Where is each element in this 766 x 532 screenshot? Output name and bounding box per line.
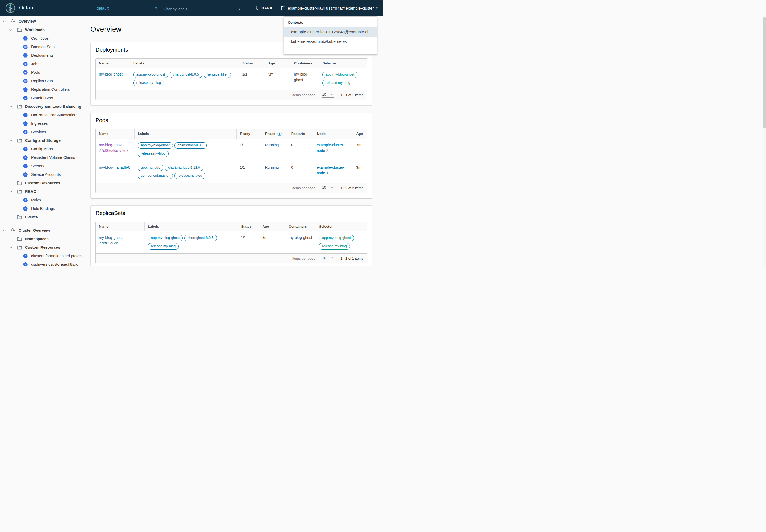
label-pill[interactable]: chart:ghost-8.0.5 — [170, 72, 202, 78]
sidebar-item-persistent-volume-claims[interactable]: ⊖Persistent Volume Claims — [0, 153, 82, 162]
column-header-labels[interactable]: Labels — [135, 129, 237, 139]
page-size-select[interactable]: 10 — [322, 256, 334, 261]
sidebar-item-service-accounts[interactable]: ⊚Service Accounts — [0, 170, 82, 179]
label-pill[interactable]: app:my-blog-ghost — [148, 235, 183, 241]
sidebar-item-roles[interactable]: ⊚Roles — [0, 196, 82, 204]
sidebar-item-discovery-and-load-balancing[interactable]: Discovery and Load Balancing — [0, 102, 82, 111]
column-header-restarts[interactable]: Restarts — [288, 129, 314, 139]
k8s-resource-icon: ∞ — [23, 206, 28, 211]
resource-link[interactable]: my-blog-mariadb-0 — [99, 165, 130, 169]
label-pill[interactable]: app:my-blog-ghost — [133, 72, 168, 78]
label-pill[interactable]: release:my-blog — [133, 80, 164, 86]
context-option-kubernetes-admin-kubernetes[interactable]: kubernetes-admin@kubernetes — [284, 37, 377, 46]
column-header-node[interactable]: Node — [314, 129, 353, 139]
label-pill[interactable]: chart:mariadb-6.13.0 — [165, 165, 203, 171]
context-menu-button[interactable]: example-cluster-ka3TuTzYo4a@example-clus… — [281, 0, 378, 16]
resource-link[interactable]: my-blog-ghost-77df85c6cd — [99, 235, 124, 245]
chevron-down-icon[interactable]: ∨ — [239, 7, 241, 11]
column-header-inner: Restarts — [291, 132, 310, 136]
page-size-select[interactable]: 10 — [322, 93, 334, 98]
label-pill[interactable]: component:master — [138, 173, 173, 179]
filter-funnel-icon[interactable] — [277, 132, 282, 136]
sidebar-item-overview[interactable]: Overview — [0, 17, 82, 26]
column-header-ready[interactable]: Ready — [236, 129, 262, 139]
sidebar-item-label: Overview — [19, 19, 36, 23]
sidebar-item-cron-jobs[interactable]: ◔Cron Jobs — [0, 34, 82, 43]
label-pill[interactable]: release:my-blog — [148, 243, 179, 250]
sidebar-item-daemon-sets[interactable]: ▤Daemon Sets — [0, 43, 82, 51]
sidebar-item-horizontal-pod-autoscalers[interactable]: ⇔Horizontal Pod Autoscalers — [0, 111, 82, 119]
k8s-resource-icon: ▤ — [23, 45, 28, 49]
column-header-phase[interactable]: Phase — [262, 129, 288, 139]
label-pill[interactable]: chart:ghost-8.0.5 — [174, 142, 207, 149]
column-header-selector[interactable]: Selector — [319, 59, 367, 68]
cell-name: my-blog-mariadb-0 — [96, 161, 135, 183]
column-header-containers[interactable]: Containers — [285, 222, 316, 231]
selector-pill[interactable]: release:my-blog — [322, 80, 353, 86]
sidebar-item-replication-controllers[interactable]: ↻Replication Controllers — [0, 85, 82, 94]
resource-link[interactable]: my-blog-ghost-77df85c6cd-vf6dx — [99, 143, 128, 153]
sidebar-item-replica-sets[interactable]: ▥Replica Sets — [0, 77, 82, 85]
node-link[interactable]: example-cluster-node-2 — [317, 143, 344, 153]
sidebar-item-workloads[interactable]: Workloads — [0, 26, 82, 34]
node-link[interactable]: example-cluster-node-1 — [317, 165, 344, 175]
label-pill[interactable]: release:my-blog — [138, 151, 169, 157]
sidebar-item-config-maps[interactable]: ≡Config Maps — [0, 145, 82, 153]
column-header-age[interactable]: Age — [265, 59, 291, 68]
sidebar-item-label: Role Bindings — [31, 206, 55, 211]
label-pill[interactable]: heritage:Tiller — [204, 72, 231, 78]
column-header-age[interactable]: Age — [353, 129, 367, 139]
column-header-labels[interactable]: Labels — [145, 222, 238, 231]
column-header-name[interactable]: Name — [96, 129, 135, 139]
sidebar-item-stateful-sets[interactable]: ≣Stateful Sets — [0, 94, 82, 102]
selector-pill[interactable]: release:my-blog — [319, 243, 350, 250]
column-header-name[interactable]: Name — [96, 222, 145, 231]
label-pill[interactable]: app:my-blog-ghost — [138, 142, 173, 149]
namespace-select[interactable]: default ▼ — [93, 3, 161, 13]
label-pill[interactable]: release:my-blog — [174, 173, 206, 179]
column-header-status[interactable]: Status — [239, 59, 265, 68]
sidebar-item-deployments[interactable]: ↻Deployments — [0, 51, 82, 60]
selector-pill[interactable]: app:my-blog-ghost — [319, 235, 354, 241]
datagrid-deployments: NameLabelsStatusAgeContainersSelectormy-… — [95, 58, 367, 100]
sidebar-item-ingresses[interactable]: ⇄Ingresses — [0, 119, 82, 128]
chevron-down-icon[interactable] — [3, 229, 6, 232]
cell-phase: Running — [262, 161, 288, 183]
sidebar-item-secrets[interactable]: ⊙Secrets — [0, 162, 82, 170]
resource-link[interactable]: my-blog-ghost — [99, 72, 123, 76]
sidebar-item-role-bindings[interactable]: ∞Role Bindings — [0, 204, 82, 213]
page-size-value: 10 — [322, 185, 326, 189]
sidebar-item-cluster-overview[interactable]: Cluster Overview — [0, 226, 82, 235]
column-header-status[interactable]: Status — [238, 222, 259, 231]
context-option-example-cluster-ka3tutzyo4a-example-clu[interactable]: example-cluster-ka3TuTzYo4a@example-clu.… — [284, 27, 377, 37]
sidebar-item-custom-resources[interactable]: Custom Resources — [0, 179, 82, 187]
column-header-name[interactable]: Name — [96, 59, 130, 68]
sidebar-item-pods[interactable]: ◉Pods — [0, 68, 82, 77]
chevron-down-icon[interactable] — [3, 20, 6, 23]
chevron-down-icon[interactable] — [9, 139, 13, 142]
sidebar-item-services[interactable]: ⊥Services — [0, 128, 82, 136]
column-header-labels[interactable]: Labels — [130, 59, 239, 68]
sidebar-item-namespaces[interactable]: Namespaces — [0, 235, 82, 243]
chevron-down-icon[interactable] — [9, 28, 13, 32]
selector-pill[interactable]: app:my-blog-ghost — [322, 72, 357, 78]
label-pill[interactable]: chart:ghost-8.0.5 — [184, 235, 217, 241]
sidebar-item-jobs[interactable]: ⊞Jobs — [0, 60, 82, 68]
page-size-select[interactable]: 10 — [322, 185, 334, 190]
chevron-down-icon[interactable] — [9, 105, 13, 108]
sidebar-item-csidrivers-csi-storage-k8s-io[interactable]: +csidrivers.csi.storage.k8s.io — [0, 260, 82, 266]
column-header-containers[interactable]: Containers — [291, 59, 319, 68]
chevron-down-icon[interactable] — [9, 190, 13, 193]
sidebar-item-clusterinformations-crd-projec[interactable]: +clusterinformations.crd.projec — [0, 252, 82, 260]
theme-toggle-button[interactable]: ☾ DARK — [255, 0, 273, 16]
sidebar-item-custom-resources[interactable]: Custom Resources — [0, 243, 82, 252]
column-header-selector[interactable]: Selector — [316, 222, 367, 231]
label-pill[interactable]: app:mariadb — [138, 165, 163, 171]
sidebar-item-events[interactable]: Events — [0, 213, 82, 221]
column-header-age[interactable]: Age — [259, 222, 285, 231]
pagination-range: 1 - 2 of 2 items — [340, 186, 363, 190]
chevron-down-icon[interactable] — [9, 246, 13, 249]
sidebar-item-config-and-storage[interactable]: Config and Storage — [0, 136, 82, 145]
sidebar-item-rbac[interactable]: RBAC — [0, 187, 82, 196]
label-filter-input[interactable] — [163, 7, 239, 11]
